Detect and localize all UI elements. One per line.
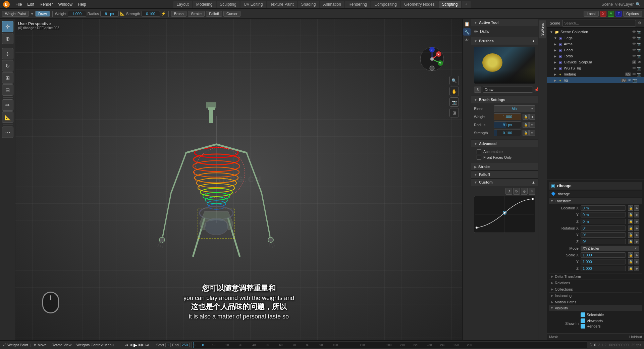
- scale-z-value[interactable]: 1.000: [581, 266, 626, 271]
- workspace-animation[interactable]: Animation: [320, 1, 344, 8]
- tool-annotate[interactable]: ✏: [2, 99, 13, 111]
- accumulate-checkbox[interactable]: [477, 149, 481, 154]
- strength-value-bar[interactable]: 0.100: [494, 130, 521, 136]
- pan-btn[interactable]: ✋: [449, 87, 459, 96]
- relations-section[interactable]: ▶ Relations: [549, 280, 642, 286]
- viewports-checkbox[interactable]: ✓: [581, 318, 585, 323]
- outliner-search[interactable]: [562, 20, 636, 27]
- tool-select[interactable]: ⊕: [2, 33, 13, 44]
- rot-x-key[interactable]: ◆: [634, 226, 639, 231]
- jump-start-btn[interactable]: ⏮: [124, 343, 128, 347]
- viewport[interactable]: User Perspective (0) ribcage : DEF-spine…: [15, 19, 462, 340]
- rot-x-lock[interactable]: 🔒: [628, 226, 633, 231]
- stroke-btn[interactable]: Stroke: [188, 11, 205, 17]
- brushes-expand[interactable]: ▲: [532, 39, 535, 43]
- mode-selector[interactable]: Weight Paint: [2, 11, 29, 17]
- tool-properties-icon[interactable]: 🔧: [463, 28, 471, 36]
- radius-lock-icon[interactable]: 🔒: [523, 122, 529, 128]
- x-axis-btn[interactable]: X: [600, 11, 606, 17]
- rot-z-key[interactable]: ◆: [634, 239, 639, 244]
- item-properties-icon[interactable]: 📋: [463, 20, 471, 28]
- front-faces-checkbox[interactable]: [477, 155, 481, 160]
- end-frame-input[interactable]: 250: [180, 343, 190, 347]
- search-icon[interactable]: 🔍: [636, 2, 641, 7]
- loc-z-lock[interactable]: 🔒: [628, 219, 633, 224]
- menu-help[interactable]: Help: [75, 1, 89, 7]
- clavicle-vis-icon[interactable]: 👁: [638, 60, 641, 64]
- tool-scale[interactable]: ⊞: [2, 72, 13, 84]
- rot-y-key[interactable]: ◆: [634, 232, 639, 238]
- rig-render-icon[interactable]: 📷: [632, 78, 637, 83]
- visibility-title[interactable]: ▼ Visibility: [549, 305, 642, 311]
- outliner-item-head[interactable]: ▶ ▣ Head 👁 📷: [547, 47, 644, 53]
- curve-widget[interactable]: [474, 196, 535, 233]
- weight-lock-icon[interactable]: 🔒: [523, 114, 529, 120]
- loc-x-key[interactable]: ◆: [634, 205, 639, 211]
- z-axis-btn[interactable]: Z: [615, 11, 622, 17]
- arms-render-icon[interactable]: 📷: [637, 42, 641, 46]
- custom-expand[interactable]: ▲: [532, 180, 535, 184]
- menu-edit[interactable]: Edit: [24, 1, 37, 7]
- loc-y-value[interactable]: 0 m: [581, 212, 626, 217]
- scale-z-key[interactable]: ◆: [634, 266, 639, 271]
- advanced-header[interactable]: ▼ Advanced: [471, 140, 538, 147]
- scale-y-key[interactable]: ◆: [634, 259, 639, 264]
- rot-y-lock[interactable]: 🔒: [628, 232, 633, 238]
- rot-z-lock[interactable]: 🔒: [628, 239, 633, 244]
- workspace-rendering[interactable]: Rendering: [345, 1, 370, 8]
- loc-z-value[interactable]: 0 m: [581, 219, 626, 224]
- step-forward-btn[interactable]: ▶▶: [139, 343, 144, 347]
- outliner-item-torso[interactable]: ▶ ▣ Torso 👁 📷: [547, 53, 644, 59]
- scale-x-lock[interactable]: 🔒: [628, 252, 633, 258]
- scale-x-value[interactable]: 1.000: [581, 252, 626, 258]
- tool-rotate[interactable]: ↻: [2, 60, 13, 71]
- motion-paths-section[interactable]: ▶ Motion Paths: [549, 299, 642, 305]
- legs-render-icon[interactable]: 📷: [637, 36, 641, 40]
- menu-file[interactable]: File: [13, 1, 24, 7]
- loc-z-key[interactable]: ◆: [634, 219, 639, 224]
- custom-header[interactable]: ▼ Custom ▲: [471, 179, 538, 186]
- arms-vis-icon[interactable]: 👁: [632, 42, 636, 46]
- wgts-vis-icon[interactable]: 👁: [632, 66, 636, 70]
- timeline-bar[interactable]: -10 0 10 20 30 40 50 60 70 80 90 100 110…: [192, 342, 587, 348]
- radius-value-bar[interactable]: 91 px: [494, 121, 521, 128]
- brush-name-input[interactable]: [483, 87, 533, 93]
- brush-settings-header[interactable]: ▼ Brush Settings: [471, 96, 538, 103]
- torso-render-icon[interactable]: 📷: [637, 54, 641, 58]
- menu-render[interactable]: Render: [37, 1, 55, 7]
- start-frame-input[interactable]: 1: [165, 343, 171, 347]
- workspace-geo-nodes[interactable]: Geometry Nodes: [401, 1, 438, 8]
- curve-point-btn[interactable]: ⊙: [521, 188, 528, 195]
- loc-y-lock[interactable]: 🔒: [628, 212, 633, 217]
- weight-key-icon[interactable]: ◆: [529, 114, 535, 120]
- wgts-render-icon[interactable]: 📷: [637, 66, 641, 70]
- rig-vis-icon[interactable]: 👁: [628, 78, 632, 83]
- strength-pen-icon[interactable]: ✏: [529, 130, 535, 136]
- outliner-item-metarig[interactable]: ▶ ♦ metarig 65 👁 📷: [547, 71, 644, 77]
- renders-checkbox[interactable]: ✓: [581, 324, 585, 329]
- radius-icon[interactable]: 📐: [120, 11, 125, 16]
- workspace-texture-paint[interactable]: Texture Paint: [267, 1, 297, 8]
- y-axis-btn[interactable]: Y: [608, 11, 614, 17]
- rot-z-value[interactable]: 0°: [581, 239, 626, 244]
- radius-input[interactable]: [100, 11, 119, 17]
- collections-section[interactable]: ▶ Collections: [549, 286, 642, 292]
- weight-value-bar[interactable]: 1.000: [494, 113, 521, 120]
- delta-transform-section[interactable]: ▶ Delta Transform: [549, 273, 642, 280]
- stroke-header[interactable]: ▶ Stroke: [471, 163, 538, 170]
- filter-icon[interactable]: ⚙: [638, 21, 641, 25]
- menu-window[interactable]: Window: [55, 1, 75, 7]
- selectable-checkbox[interactable]: ✓: [581, 312, 585, 317]
- workspace-modeling[interactable]: Modeling: [193, 1, 216, 8]
- workspace-sculpting[interactable]: Sculpting: [216, 1, 239, 8]
- rot-x-value[interactable]: 0°: [581, 226, 626, 231]
- workspace-uv[interactable]: UV Editing: [240, 1, 266, 8]
- tool-extra[interactable]: ⋯: [2, 127, 13, 138]
- scale-y-lock[interactable]: 🔒: [628, 259, 633, 264]
- rig-more-icon[interactable]: ⋯: [638, 78, 641, 83]
- camera-btn[interactable]: 📷: [449, 97, 459, 107]
- transform-local-btn[interactable]: Local: [584, 11, 598, 17]
- tool-measure[interactable]: 📐: [2, 111, 13, 123]
- tool-cursor[interactable]: ✛: [2, 21, 13, 32]
- workspace-layout[interactable]: Layout: [173, 1, 192, 8]
